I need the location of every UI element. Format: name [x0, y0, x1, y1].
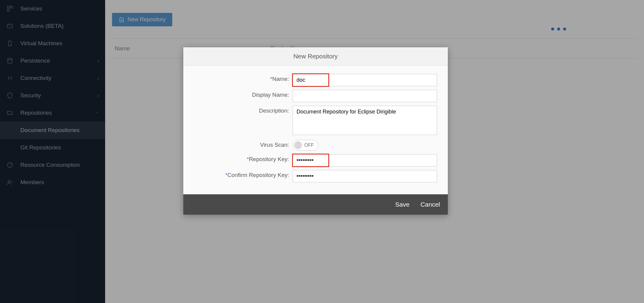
name-highlight — [293, 74, 329, 86]
display-name-input[interactable] — [293, 90, 437, 102]
confirm-key-label: *Confirm Repository Key: — [189, 170, 293, 178]
name-label: *Name: — [189, 74, 293, 82]
name-input-rest[interactable] — [329, 74, 437, 86]
toggle-state: OFF — [304, 143, 314, 148]
virus-scan-label: Virus Scan: — [189, 140, 293, 148]
name-input[interactable] — [293, 74, 329, 86]
description-input[interactable] — [293, 106, 437, 135]
dialog-title: New Repository — [183, 47, 448, 66]
save-button[interactable]: Save — [395, 201, 409, 208]
toggle-knob — [294, 141, 302, 149]
cancel-button[interactable]: Cancel — [421, 201, 440, 208]
dialog-footer: Save Cancel — [183, 194, 448, 215]
display-name-label: Display Name: — [189, 90, 293, 98]
repo-key-input[interactable] — [293, 154, 329, 166]
repo-key-input-rest[interactable] — [329, 154, 437, 166]
new-repository-dialog: New Repository *Name: Display Name: Desc… — [183, 47, 448, 215]
repo-key-highlight — [293, 154, 329, 166]
description-label: Description: — [189, 106, 293, 114]
virus-scan-toggle[interactable]: OFF — [293, 140, 318, 151]
dialog-body: *Name: Display Name: Description: Virus … — [183, 66, 448, 194]
confirm-key-input[interactable] — [293, 170, 437, 182]
repo-key-label: *Repository Key: — [189, 154, 293, 163]
